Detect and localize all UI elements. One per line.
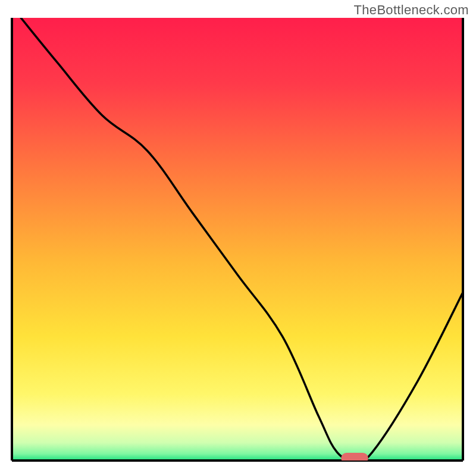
bottleneck-chart: [0, 0, 476, 476]
optimal-range-marker: [341, 453, 368, 464]
watermark-text: TheBottleneck.com: [354, 2, 469, 18]
chart-container: TheBottleneck.com: [0, 0, 476, 476]
plot-background: [12, 18, 463, 461]
